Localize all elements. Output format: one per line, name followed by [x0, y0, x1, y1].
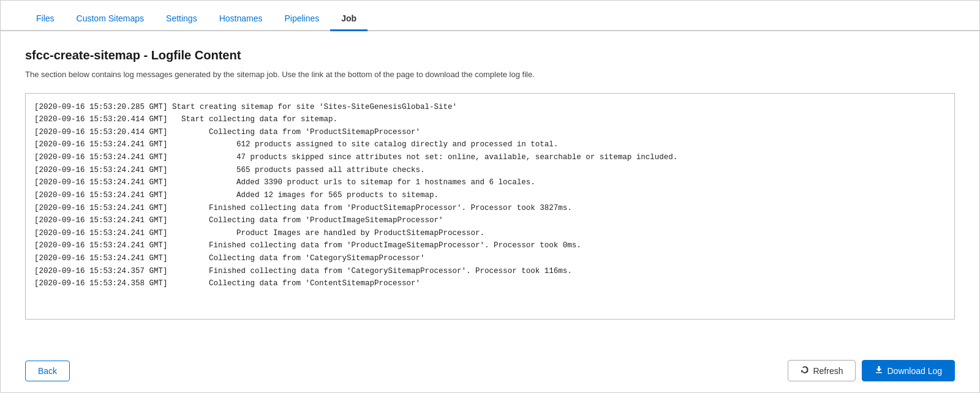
tab-custom-sitemaps[interactable]: Custom Sitemaps: [66, 7, 155, 31]
bottom-bar: Back Refresh Download Log: [1, 349, 979, 392]
download-log-label: Download Log: [887, 366, 942, 376]
refresh-button[interactable]: Refresh: [788, 360, 856, 381]
download-icon: [875, 365, 883, 376]
main-content: sfcc-create-sitemap - Logfile Content Th…: [1, 31, 979, 349]
tab-files[interactable]: Files: [25, 7, 66, 31]
tab-hostnames[interactable]: Hostnames: [208, 7, 274, 31]
download-log-button[interactable]: Download Log: [862, 360, 955, 381]
tab-job[interactable]: Job: [330, 7, 368, 31]
page-title: sfcc-create-sitemap - Logfile Content: [25, 48, 955, 62]
back-button[interactable]: Back: [25, 361, 70, 381]
page-description: The section below contains log messages …: [25, 69, 955, 81]
svg-rect-0: [876, 372, 882, 373]
right-buttons: Refresh Download Log: [788, 360, 955, 381]
refresh-label: Refresh: [813, 366, 843, 376]
log-content[interactable]: [2020-09-16 15:53:20.285 GMT] Start crea…: [25, 93, 955, 320]
tab-settings[interactable]: Settings: [155, 7, 208, 31]
tabs-bar: Files Custom Sitemaps Settings Hostnames…: [1, 1, 979, 31]
tab-pipelines[interactable]: Pipelines: [273, 7, 330, 31]
refresh-icon: [801, 365, 809, 376]
